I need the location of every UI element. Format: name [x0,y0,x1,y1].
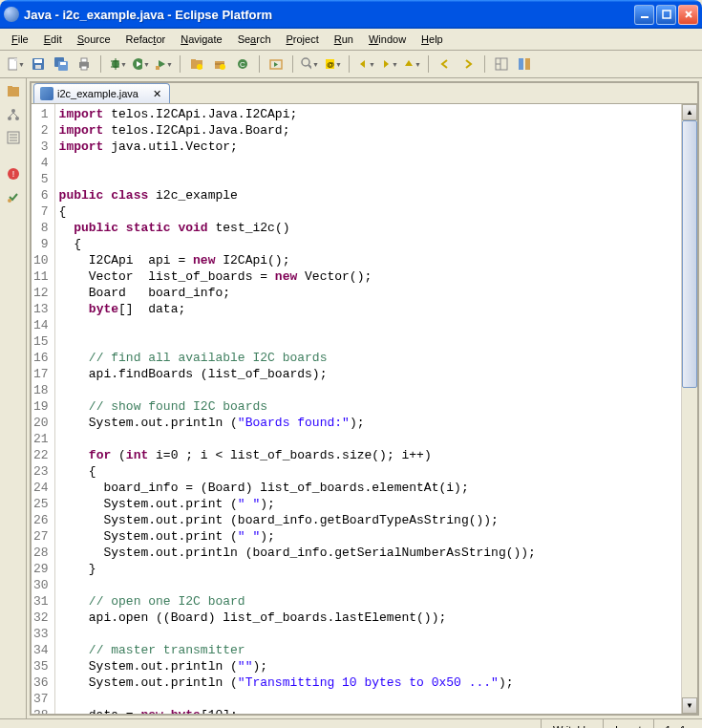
scroll-down-button[interactable]: ▼ [682,697,697,714]
nav-back-button[interactable] [435,54,456,75]
tab-file[interactable]: i2c_example.java ✕ [33,83,170,103]
perspective-java-button[interactable] [514,54,535,75]
menu-search[interactable]: Search [231,32,278,47]
svg-rect-13 [81,58,87,62]
toolbar: ▼ ▼ ▼ ▼ C ▼ @▼ ▼ ▼ ▼ [0,51,702,78]
forward-button[interactable]: ▼ [378,54,399,75]
new-class-button[interactable]: C [232,54,253,75]
svg-text:@: @ [327,60,334,69]
menubar: File Edit Source Refactor Navigate Searc… [0,29,702,51]
perspective-button[interactable] [491,54,512,75]
svg-text:C: C [240,60,245,69]
new-button[interactable]: ▼ [5,54,26,75]
svg-point-58 [8,199,11,203]
menu-edit[interactable]: Edit [37,32,69,47]
run-last-button[interactable]: ▼ [153,54,174,75]
tab-label: i2c_example.java [57,88,138,99]
search-button[interactable]: ▼ [299,54,320,75]
titlebar: Java - i2c_example.java - Eclipse Platfo… [0,0,702,29]
status-position: 1 : 1 [653,719,697,728]
tab-close-icon[interactable]: ✕ [150,87,163,100]
tasks-button[interactable] [3,186,24,207]
new-package-button[interactable] [209,54,230,75]
outline-button[interactable] [3,127,24,148]
svg-point-48 [8,117,11,120]
back-button[interactable]: ▼ [355,54,376,75]
line-number-gutter: 1234567891011121314151617181920212223242… [32,104,55,714]
svg-rect-0 [641,16,649,18]
maximize-button[interactable] [656,5,676,25]
svg-point-47 [11,109,15,113]
eclipse-icon [4,7,19,22]
nav-forward-button[interactable] [457,54,479,75]
scroll-up-button[interactable]: ▲ [682,104,697,120]
status-mode: Insert [603,719,653,728]
save-all-button[interactable] [51,54,72,75]
svg-rect-5 [14,58,17,61]
menu-navigate[interactable]: Navigate [174,32,228,47]
svg-rect-24 [191,59,196,61]
svg-rect-46 [8,86,12,88]
status-writable: Writable [541,719,603,728]
svg-rect-44 [525,58,530,70]
menu-window[interactable]: Window [362,32,413,47]
up-button[interactable]: ▼ [401,54,422,75]
tab-bar: i2c_example.java ✕ [32,83,697,104]
svg-marker-37 [360,60,365,68]
menu-help[interactable]: Help [415,32,450,47]
svg-point-25 [197,64,202,70]
svg-text:!: ! [11,169,14,179]
svg-point-33 [302,58,309,66]
vertical-scrollbar[interactable]: ▲ ▼ [681,104,697,714]
svg-marker-21 [159,60,165,68]
close-button[interactable] [678,5,698,25]
svg-rect-7 [34,59,42,63]
save-button[interactable] [28,54,49,75]
svg-rect-45 [8,87,19,96]
editor-area: i2c_example.java ✕ 123456789101112131415… [30,81,699,716]
scroll-thumb[interactable] [682,120,697,388]
debug-button[interactable]: ▼ [107,54,128,75]
minimize-button[interactable] [634,5,654,25]
svg-marker-32 [274,62,278,67]
new-project-button[interactable] [186,54,207,75]
statusbar: Writable Insert 1 : 1 [0,718,702,728]
java-file-icon [40,87,53,100]
svg-rect-22 [156,66,160,70]
open-type-button[interactable] [266,54,287,75]
menu-file[interactable]: File [5,32,35,47]
svg-line-50 [10,113,13,117]
svg-rect-8 [35,65,41,69]
annotation-button[interactable]: @▼ [322,54,343,75]
svg-rect-1 [663,11,670,18]
svg-point-28 [220,64,225,70]
menu-run[interactable]: Run [328,32,360,47]
svg-marker-39 [405,60,413,66]
hierarchy-button[interactable] [3,104,24,125]
window-title: Java - i2c_example.java - Eclipse Platfo… [24,8,634,22]
print-button[interactable] [74,54,95,75]
svg-line-51 [13,113,17,117]
svg-marker-38 [384,60,389,68]
svg-rect-14 [81,66,87,70]
svg-rect-43 [519,58,523,70]
menu-project[interactable]: Project [280,32,326,47]
side-toolbar: ! [0,78,27,718]
svg-line-34 [308,65,311,69]
problems-button[interactable]: ! [3,163,24,184]
svg-rect-11 [60,62,66,65]
menu-source[interactable]: Source [71,32,117,47]
code-editor[interactable]: import telos.I2CApi.Java.I2CApi;import t… [55,104,681,714]
menu-refactor[interactable]: Refactor [119,32,173,47]
svg-point-49 [15,117,19,120]
run-button[interactable]: ▼ [130,54,151,75]
package-explorer-button[interactable] [3,81,24,102]
